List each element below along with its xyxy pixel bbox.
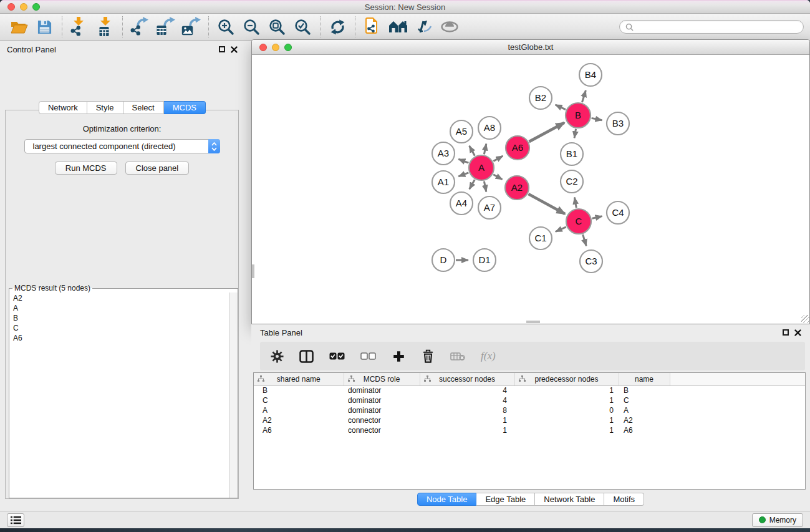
graph-edge-C-C1[interactable] [556, 227, 566, 232]
table-cell[interactable]: 1 [420, 425, 514, 435]
graph-node-C4[interactable]: C4 [607, 201, 629, 224]
table-cell[interactable]: B [619, 385, 670, 395]
table-tab-node-table[interactable]: Node Table [417, 493, 477, 506]
graph-node-A6[interactable]: A6 [506, 136, 529, 160]
zoom-out-button[interactable] [239, 15, 264, 39]
table-row[interactable]: Cdominator41C [254, 395, 805, 405]
save-session-button[interactable] [32, 15, 57, 39]
table-cell[interactable]: dominator [344, 405, 420, 415]
tab-select[interactable]: Select [123, 101, 164, 114]
graph-node-B1[interactable]: B1 [561, 143, 583, 165]
table-cell[interactable]: C [619, 395, 670, 405]
graph-edge-A-A8[interactable] [484, 144, 486, 155]
column-header-mcds-role[interactable]: MCDS role [344, 373, 420, 385]
open-session-button[interactable] [6, 15, 32, 39]
table-cell[interactable]: 0 [514, 405, 619, 415]
window-resize-grip[interactable] [801, 315, 809, 323]
close-panel-button[interactable]: Close panel [125, 162, 190, 175]
graph-node-D1[interactable]: D1 [473, 249, 496, 271]
mcds-result-item[interactable]: A [13, 303, 238, 313]
zoom-fit-button[interactable] [264, 15, 290, 39]
node-table[interactable]: shared nameMCDS rolesuccessor nodesprede… [254, 373, 805, 435]
graph-node-A8[interactable]: A8 [478, 117, 501, 139]
table-cell[interactable]: 4 [420, 385, 514, 395]
column-view-button[interactable] [299, 347, 314, 365]
function-builder-button[interactable]: f(x) [481, 347, 496, 365]
criterion-select[interactable]: largest connected component (directed) [24, 139, 220, 153]
table-cell[interactable]: dominator [344, 395, 420, 405]
network-window-titlebar[interactable]: testGlobe.txt [252, 40, 809, 55]
column-header-name[interactable]: name [619, 373, 670, 385]
table-row[interactable]: Adominator80A [254, 405, 805, 415]
table-cell[interactable]: A2 [619, 415, 670, 425]
table-cell[interactable]: A2 [254, 415, 344, 425]
float-panel-icon[interactable] [219, 46, 225, 52]
create-column-button[interactable] [392, 347, 405, 365]
export-table-button[interactable] [153, 15, 178, 39]
graph-edge-A-A3[interactable] [458, 159, 468, 163]
graph-node-B[interactable]: B [566, 103, 591, 128]
export-network-button[interactable] [127, 15, 153, 39]
graph-node-B3[interactable]: B3 [607, 112, 629, 135]
graph-node-C1[interactable]: C1 [529, 227, 552, 249]
table-cell[interactable]: 1 [420, 415, 514, 425]
graph-node-B2[interactable]: B2 [529, 87, 552, 109]
graph-edge-B-B1[interactable] [574, 129, 576, 138]
graph-node-C2[interactable]: C2 [561, 170, 583, 193]
column-header-predecessor-nodes[interactable]: predecessor nodes [514, 373, 619, 385]
table-cell[interactable]: 1 [514, 395, 619, 405]
import-table-button[interactable] [92, 15, 118, 39]
float-table-panel-icon[interactable] [783, 329, 789, 336]
deselect-all-columns-button[interactable] [360, 347, 376, 365]
graph-edge-B-B2[interactable] [556, 105, 566, 110]
import-network-button[interactable] [67, 15, 92, 39]
table-cell[interactable]: B [254, 385, 344, 395]
zoom-selected-button[interactable] [290, 15, 316, 39]
graph-node-A[interactable]: A [469, 155, 494, 180]
table-cell[interactable]: connector [344, 415, 420, 425]
table-cell[interactable]: A6 [619, 425, 670, 435]
result-scrollbar[interactable] [229, 293, 238, 498]
tab-network[interactable]: Network [39, 101, 87, 114]
column-header-shared-name[interactable]: shared name [254, 373, 344, 385]
graph-edge-A2-C[interactable] [528, 194, 565, 214]
table-row[interactable]: Bdominator41B [254, 385, 805, 395]
mcds-result-item[interactable]: B [13, 313, 238, 323]
graph-edge-A-A4[interactable] [470, 180, 475, 189]
close-table-panel-icon[interactable] [794, 329, 801, 336]
graph-node-A3[interactable]: A3 [432, 142, 455, 165]
table-cell[interactable]: 1 [514, 425, 619, 435]
search-input[interactable] [637, 22, 798, 32]
graph-node-C[interactable]: C [566, 209, 591, 234]
table-cell[interactable]: 1 [514, 385, 619, 395]
new-network-file-button[interactable] [360, 15, 385, 39]
table-settings-button[interactable] [270, 347, 284, 365]
graph-edge-A-A7[interactable] [484, 181, 486, 192]
tab-mcds[interactable]: MCDS [164, 101, 206, 114]
graph-node-A5[interactable]: A5 [450, 120, 473, 143]
table-cell[interactable]: C [254, 395, 344, 405]
home-view-button[interactable] [385, 15, 411, 39]
graph-node-D[interactable]: D [432, 249, 455, 271]
canvas-vertical-scrollbar[interactable] [252, 264, 254, 278]
graph-edge-C-C2[interactable] [574, 198, 576, 208]
select-all-columns-button[interactable] [329, 347, 345, 365]
export-image-button[interactable] [178, 15, 204, 39]
birdseye-toggle-button[interactable] [436, 15, 462, 39]
table-row[interactable]: A6connector11A6 [254, 425, 805, 435]
run-mcds-button[interactable]: Run MCDS [55, 162, 117, 175]
graph-edge-A-A1[interactable] [458, 173, 468, 177]
table-cell[interactable]: 1 [514, 415, 619, 425]
mcds-result-item[interactable]: A2 [13, 293, 238, 303]
graph-edge-A6-B[interactable] [529, 123, 565, 142]
graph-edge-A-A2[interactable] [493, 175, 502, 180]
table-cell[interactable]: 8 [420, 405, 514, 415]
close-panel-icon[interactable] [231, 46, 238, 53]
graph-node-A2[interactable]: A2 [505, 176, 529, 200]
table-tab-network-table[interactable]: Network Table [535, 493, 604, 506]
canvas-horizontal-scrollbar[interactable] [526, 321, 540, 323]
destroy-table-button[interactable] [450, 347, 465, 365]
graph-edge-C-C3[interactable] [583, 235, 587, 246]
graph-edge-A-A5[interactable] [470, 146, 475, 156]
graph-edge-A-A6[interactable] [493, 156, 503, 161]
